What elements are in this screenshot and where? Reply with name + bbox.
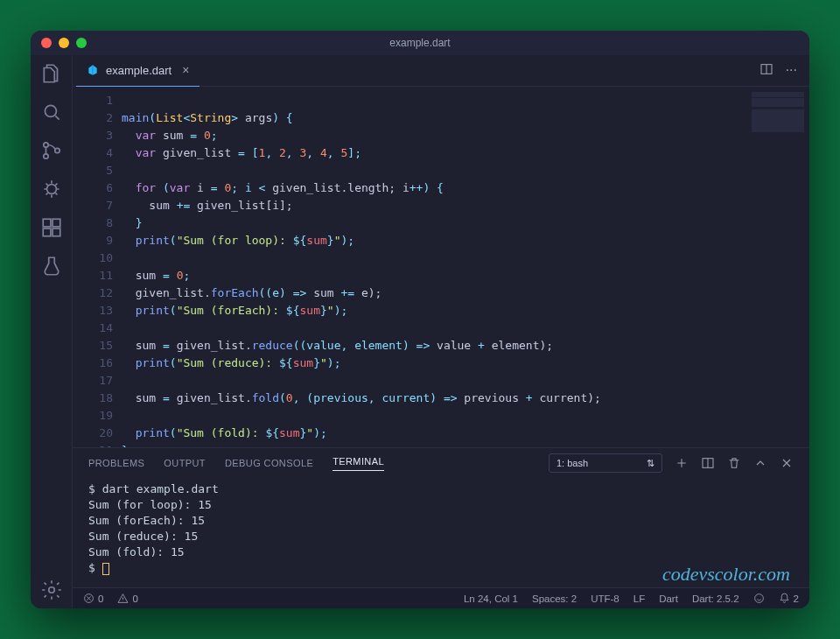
search-icon[interactable] xyxy=(40,101,63,123)
extensions-icon[interactable] xyxy=(40,216,63,239)
status-notifications[interactable]: 2 xyxy=(779,593,799,604)
line-number: 8 xyxy=(73,214,113,232)
terminal-line: Sum (for loop): 15 xyxy=(88,497,794,513)
status-eol[interactable]: LF xyxy=(634,593,645,604)
svg-rect-6 xyxy=(52,219,60,227)
status-feedback-icon[interactable] xyxy=(753,593,765,604)
terminal-line: Sum (fold): 15 xyxy=(88,544,794,560)
chevron-updown-icon: ⇅ xyxy=(647,458,654,469)
tab-problems[interactable]: PROBLEMS xyxy=(88,458,144,468)
svg-rect-5 xyxy=(43,219,51,227)
explorer-icon[interactable] xyxy=(40,62,63,85)
line-number: 4 xyxy=(73,144,113,162)
svg-rect-8 xyxy=(52,228,60,236)
status-warnings[interactable]: 0 xyxy=(117,593,137,604)
maximize-panel-icon[interactable] xyxy=(753,456,767,470)
bottom-panel: PROBLEMS OUTPUT DEBUG CONSOLE TERMINAL 1… xyxy=(73,447,809,587)
svg-point-13 xyxy=(754,594,763,603)
line-number: 17 xyxy=(73,372,113,390)
status-dart-sdk[interactable]: Dart: 2.5.2 xyxy=(692,593,739,604)
terminal-selector[interactable]: 1: bash ⇅ xyxy=(549,453,662,473)
svg-point-9 xyxy=(48,587,54,593)
editor-area[interactable]: 123456789101112131415161718192021 main(L… xyxy=(73,87,809,447)
line-number: 7 xyxy=(73,197,113,214)
tab-example-dart[interactable]: example.dart × xyxy=(76,55,200,87)
line-number: 5 xyxy=(73,162,113,179)
line-number: 20 xyxy=(73,425,113,442)
line-number: 21 xyxy=(73,442,113,447)
new-terminal-icon[interactable] xyxy=(675,456,689,470)
watermark: codevscolor.com xyxy=(662,566,790,582)
maximize-window-button[interactable] xyxy=(76,38,87,48)
code-content[interactable]: main(List<String> args) { var sum = 0; v… xyxy=(122,87,809,447)
line-number: 12 xyxy=(73,284,113,302)
line-number: 11 xyxy=(73,267,113,284)
line-number: 2 xyxy=(73,109,113,127)
dart-file-icon xyxy=(87,64,99,76)
line-number: 13 xyxy=(73,302,113,320)
test-icon[interactable] xyxy=(40,255,63,277)
status-cursor-position[interactable]: Ln 24, Col 1 xyxy=(464,593,518,604)
status-language[interactable]: Dart xyxy=(659,593,678,604)
line-number: 18 xyxy=(73,390,113,407)
line-number-gutter: 123456789101112131415161718192021 xyxy=(73,87,122,447)
debug-icon[interactable] xyxy=(40,178,63,200)
minimize-window-button[interactable] xyxy=(59,38,69,48)
svg-rect-7 xyxy=(43,228,51,236)
more-actions-icon[interactable]: ··· xyxy=(786,62,797,80)
editor-tab-bar: example.dart × ··· xyxy=(73,55,809,87)
minimap[interactable] xyxy=(752,92,804,132)
close-window-button[interactable] xyxy=(41,38,52,48)
status-bar: 0 0 Ln 24, Col 1 Spaces: 2 UTF-8 LF Dart… xyxy=(73,587,809,608)
svg-point-4 xyxy=(46,185,56,194)
body: example.dart × ··· 123456789101112131415… xyxy=(31,55,809,608)
settings-gear-icon[interactable] xyxy=(40,579,63,601)
window-title: example.dart xyxy=(31,37,809,49)
terminal-content[interactable]: $ dart example.dart Sum (for loop): 15 S… xyxy=(73,478,809,587)
line-number: 14 xyxy=(73,320,113,337)
panel-actions: 1: bash ⇅ xyxy=(549,453,794,473)
main-area: example.dart × ··· 123456789101112131415… xyxy=(73,55,809,608)
terminal-line: $ dart example.dart xyxy=(88,481,794,497)
vscode-window: example.dart xyxy=(31,31,809,608)
svg-point-2 xyxy=(43,154,47,158)
line-number: 16 xyxy=(73,355,113,372)
status-encoding[interactable]: UTF-8 xyxy=(591,593,620,604)
close-tab-icon[interactable]: × xyxy=(182,63,189,77)
line-number: 1 xyxy=(73,92,113,109)
tab-label: example.dart xyxy=(106,64,172,77)
svg-point-1 xyxy=(43,143,47,147)
tab-terminal[interactable]: TERMINAL xyxy=(332,456,384,471)
svg-point-0 xyxy=(45,105,56,116)
tab-actions: ··· xyxy=(760,62,809,80)
status-errors[interactable]: 0 xyxy=(83,593,103,604)
status-indentation[interactable]: Spaces: 2 xyxy=(532,593,577,604)
line-number: 19 xyxy=(73,407,113,425)
terminal-cursor xyxy=(102,563,109,575)
close-panel-icon[interactable] xyxy=(780,456,794,470)
terminal-line: Sum (forEach): 15 xyxy=(88,513,794,529)
panel-tab-bar: PROBLEMS OUTPUT DEBUG CONSOLE TERMINAL 1… xyxy=(73,448,809,478)
split-editor-icon[interactable] xyxy=(760,62,774,80)
terminal-line: Sum (reduce): 15 xyxy=(88,529,794,544)
line-number: 6 xyxy=(73,179,113,197)
activity-bar xyxy=(31,55,73,608)
line-number: 9 xyxy=(73,232,113,249)
kill-terminal-icon[interactable] xyxy=(727,456,741,470)
line-number: 3 xyxy=(73,127,113,144)
line-number: 10 xyxy=(73,249,113,267)
titlebar: example.dart xyxy=(31,31,809,55)
split-terminal-icon[interactable] xyxy=(701,456,715,470)
tab-output[interactable]: OUTPUT xyxy=(164,458,206,468)
tab-debug-console[interactable]: DEBUG CONSOLE xyxy=(225,458,313,468)
traffic-lights xyxy=(41,38,87,48)
line-number: 15 xyxy=(73,337,113,355)
source-control-icon[interactable] xyxy=(40,139,63,162)
